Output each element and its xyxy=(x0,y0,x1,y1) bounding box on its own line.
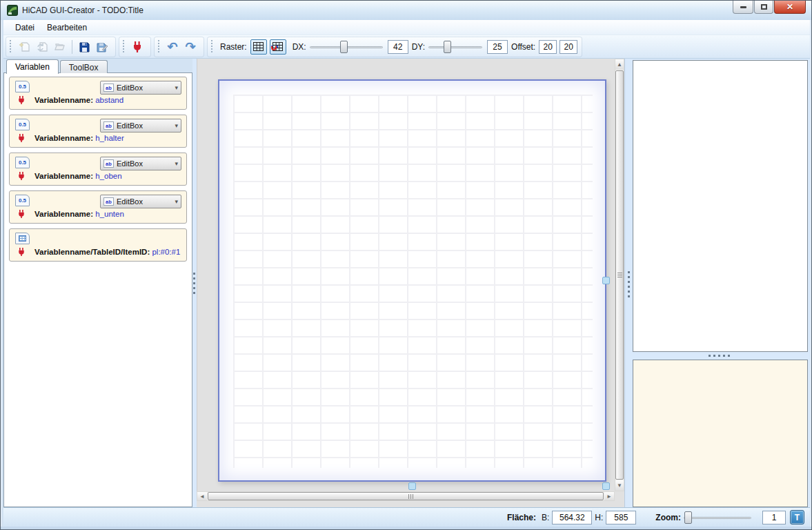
numeric-variable-icon: 0.5 xyxy=(15,157,30,168)
zoom-label: Zoom: xyxy=(655,513,681,522)
dy-slider-thumb[interactable] xyxy=(444,41,451,53)
text-mode-button[interactable]: T xyxy=(790,510,804,524)
dy-value-input[interactable] xyxy=(487,40,508,54)
scroll-down-icon[interactable]: ▼ xyxy=(615,480,624,491)
vertical-scrollbar[interactable]: ▲ ▼ xyxy=(615,59,624,491)
plug-icon xyxy=(17,132,26,144)
tab-toolbox[interactable]: ToolBox xyxy=(60,60,108,73)
reload-file-button[interactable] xyxy=(33,38,51,56)
dx-slider-thumb[interactable] xyxy=(340,41,348,53)
preview-pane[interactable] xyxy=(633,60,808,352)
snap-grid-toggle-button[interactable] xyxy=(270,39,286,55)
grid-toggle-button[interactable] xyxy=(250,39,267,55)
resize-handle-right[interactable] xyxy=(602,277,610,284)
dy-slider[interactable] xyxy=(428,40,482,54)
b-label: B: xyxy=(542,513,549,522)
resize-handle-bottom[interactable] xyxy=(408,482,416,490)
right-panel-splitter[interactable] xyxy=(633,352,808,360)
variable-label: Variablenname: h_oben xyxy=(34,172,122,180)
plug-icon xyxy=(17,208,26,219)
variable-label: Variablenname: abstand xyxy=(34,96,123,104)
save-button[interactable] xyxy=(75,38,93,56)
save-as-button[interactable] xyxy=(93,38,111,56)
chevron-down-icon: ▾ xyxy=(175,198,178,205)
scroll-up-icon[interactable]: ▲ xyxy=(615,59,624,70)
scrollbar-corner xyxy=(615,491,624,501)
variable-name: h_unten xyxy=(95,210,124,218)
right-splitter[interactable] xyxy=(624,59,633,507)
width-value-input[interactable] xyxy=(552,511,592,524)
control-type-dropdown[interactable]: ab EditBox ▾ xyxy=(100,195,181,208)
variable-card-h-oben[interactable]: 0.5 Variablenname: h_oben ab EditBox ▾ xyxy=(9,153,187,186)
plug-button[interactable] xyxy=(128,38,146,56)
variable-card-h-unten[interactable]: 0.5 Variablenname: h_unten ab EditBox ▾ xyxy=(9,190,187,224)
variables-list: 0.5 Variablenname: abstand ab EditBox ▾ … xyxy=(3,72,192,507)
variable-name: pl:#0:#1 xyxy=(152,248,180,256)
control-type-value: EditBox xyxy=(117,159,143,168)
horizontal-scroll-thumb[interactable] xyxy=(208,492,604,500)
numeric-variable-icon: 0.5 xyxy=(15,119,30,130)
zoom-slider-thumb[interactable] xyxy=(684,511,692,524)
dx-slider[interactable] xyxy=(310,40,383,54)
splitter-grip-icon xyxy=(193,273,196,296)
editbox-icon: ab xyxy=(103,121,114,130)
control-type-dropdown[interactable]: ab EditBox ▾ xyxy=(100,81,181,95)
numeric-variable-icon: 0.5 xyxy=(15,81,30,92)
zoom-slider[interactable] xyxy=(684,511,751,524)
canvas-bottom-strip xyxy=(197,501,624,507)
table-variable-icon xyxy=(15,233,30,244)
design-viewport xyxy=(197,59,615,491)
titlebar[interactable]: HiCAD GUI-Creator - TODO:Title ✕ xyxy=(1,1,811,20)
toolbar-grip[interactable] xyxy=(157,40,161,54)
design-canvas[interactable] xyxy=(218,79,606,482)
menu-datei[interactable]: Datei xyxy=(9,21,41,35)
plug-icon xyxy=(17,246,26,257)
variable-card-abstand[interactable]: 0.5 Variablenname: abstand ab EditBox ▾ xyxy=(9,77,187,110)
toolbar-grip[interactable] xyxy=(9,40,12,54)
control-type-value: EditBox xyxy=(117,121,143,130)
offset-y-input[interactable] xyxy=(560,40,577,54)
toolbar: ↶ ↷ Raster: DX: DY: xyxy=(3,35,810,59)
new-file-button[interactable] xyxy=(15,38,33,56)
menubar: Datei Bearbeiten xyxy=(3,20,810,35)
h-label: H: xyxy=(595,513,603,522)
properties-pane[interactable] xyxy=(633,360,808,507)
resize-handle-corner[interactable] xyxy=(602,482,610,490)
variable-card-table[interactable]: Variablenname/TableID/ItemID: pl:#0:#1 xyxy=(9,228,187,262)
grid-icon xyxy=(253,42,264,51)
redo-icon: ↷ xyxy=(185,41,195,53)
variable-card-h-halter[interactable]: 0.5 Variablenname: h_halter ab EditBox ▾ xyxy=(9,115,187,148)
dx-value-input[interactable] xyxy=(388,40,408,54)
height-value-input[interactable] xyxy=(606,511,636,524)
vertical-scroll-thumb[interactable] xyxy=(615,70,624,480)
open-file-button[interactable] xyxy=(51,38,69,56)
dy-label: DY: xyxy=(412,42,425,52)
horizontal-scrollbar[interactable]: ◄ ► xyxy=(197,491,615,501)
toolbar-grip[interactable] xyxy=(122,40,126,54)
control-type-dropdown[interactable]: ab EditBox ▾ xyxy=(100,119,181,132)
toolbar-separator xyxy=(72,40,72,54)
close-button[interactable]: ✕ xyxy=(774,1,806,14)
control-type-value: EditBox xyxy=(117,84,143,92)
toolbar-grip[interactable] xyxy=(210,40,214,54)
chevron-down-icon: ▾ xyxy=(175,122,178,129)
close-icon: ✕ xyxy=(786,2,793,12)
numeric-variable-icon: 0.5 xyxy=(15,195,30,206)
tab-strip: Variablen ToolBox xyxy=(6,59,109,73)
zoom-value-input[interactable] xyxy=(762,511,786,524)
redo-button[interactable]: ↷ xyxy=(181,38,199,56)
minimize-button[interactable] xyxy=(733,1,753,14)
maximize-button[interactable] xyxy=(754,1,773,14)
chevron-down-icon: ▾ xyxy=(175,160,178,167)
scroll-left-icon[interactable]: ◄ xyxy=(197,492,207,500)
offset-x-input[interactable] xyxy=(539,40,557,54)
control-type-dropdown[interactable]: ab EditBox ▾ xyxy=(100,157,181,170)
undo-button[interactable]: ↶ xyxy=(164,38,181,56)
scroll-right-icon[interactable]: ► xyxy=(604,492,614,500)
canvas-column: ▲ ▼ ◄ ► xyxy=(197,59,624,507)
tab-variablen[interactable]: Variablen xyxy=(6,59,59,74)
menu-bearbeiten[interactable]: Bearbeiten xyxy=(41,21,93,35)
right-panel xyxy=(633,59,810,507)
save-icon xyxy=(78,41,90,53)
window-frame xyxy=(1,527,811,530)
